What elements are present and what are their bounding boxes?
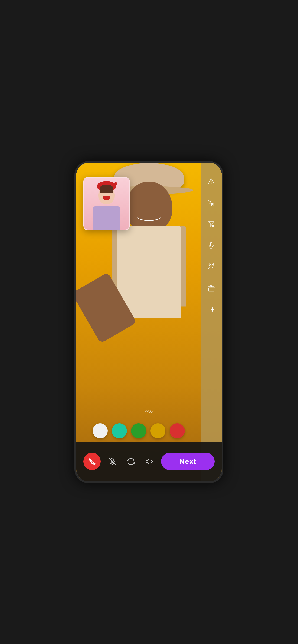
svg-point-7 <box>209 264 211 266</box>
svg-line-10 <box>209 263 209 264</box>
svg-line-11 <box>213 263 214 264</box>
svg-rect-4 <box>210 242 212 246</box>
flash-off-icon[interactable] <box>207 198 216 208</box>
end-call-button[interactable] <box>83 453 101 470</box>
svg-point-2 <box>211 183 211 183</box>
gift-icon[interactable] <box>207 284 216 293</box>
mute-button[interactable] <box>105 454 119 468</box>
mic-icon[interactable] <box>207 241 216 250</box>
woman-head <box>98 186 115 204</box>
flip-camera-button[interactable] <box>124 454 138 468</box>
svg-point-8 <box>212 264 214 266</box>
report-icon[interactable] <box>207 177 216 186</box>
filter-star-icon[interactable] <box>207 220 216 229</box>
pip-container <box>83 177 130 230</box>
teal-circle[interactable] <box>112 423 127 438</box>
color-circles <box>76 423 201 438</box>
svg-line-3 <box>208 200 214 206</box>
sidebar <box>201 163 222 481</box>
speaker-off-button[interactable] <box>143 454 156 468</box>
red-circle[interactable] <box>170 423 185 438</box>
man-head <box>126 182 172 232</box>
phone-frame: “” <box>75 161 223 483</box>
svg-marker-21 <box>146 459 149 464</box>
video-container: “” <box>76 163 222 481</box>
yellow-circle[interactable] <box>150 423 165 438</box>
next-button-label: Next <box>179 457 196 466</box>
bottom-bar: Next <box>76 442 222 481</box>
quote-marks: “” <box>145 408 153 419</box>
green-circle[interactable] <box>131 423 146 438</box>
woman-body <box>93 206 120 230</box>
pip-bg <box>84 178 129 230</box>
white-circle[interactable] <box>93 423 108 438</box>
next-button[interactable]: Next <box>161 453 215 470</box>
effects-icon[interactable] <box>207 262 216 272</box>
exit-icon[interactable] <box>207 305 216 314</box>
